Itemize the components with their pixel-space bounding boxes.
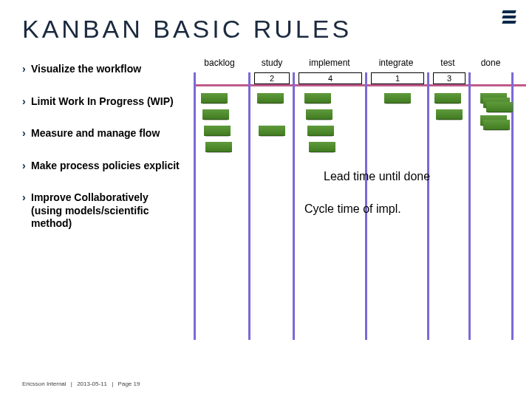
col-header-study: study <box>253 58 291 68</box>
lane-line <box>248 72 250 340</box>
footer-org: Ericsson Internal <box>22 381 66 387</box>
card <box>257 93 284 103</box>
card <box>202 109 229 120</box>
lane-line <box>427 72 429 340</box>
card <box>309 142 335 152</box>
lane-line <box>194 72 196 340</box>
rule-item: Improve Collaboratively (using models/sc… <box>22 191 181 231</box>
col-header-test: test <box>430 58 466 68</box>
wip-limit-test: 3 <box>433 72 466 84</box>
lane-line <box>511 72 514 340</box>
rules-list: Visualize the workflow Limit Work In Pro… <box>22 63 181 250</box>
col-header-done: done <box>473 58 508 68</box>
card <box>304 93 331 103</box>
rule-item: Measure and manage flow <box>22 127 181 140</box>
note-cycle-time: Cycle time of impl. <box>304 202 401 216</box>
wip-limit-implement: 4 <box>299 72 362 84</box>
card <box>483 120 510 130</box>
lane-line <box>468 72 471 340</box>
wip-limit-integrate: 1 <box>371 72 424 84</box>
card <box>434 93 461 103</box>
card <box>201 93 228 103</box>
card <box>486 102 513 112</box>
footer-page: Page 19 <box>118 381 140 387</box>
board-divider <box>194 84 526 86</box>
footer-date: 2013-05-11 <box>77 381 107 387</box>
kanban-board: backlog study implement integrate test d… <box>194 58 526 340</box>
card <box>384 93 411 103</box>
col-header-implement: implement <box>297 58 362 68</box>
footer: Ericsson Internal | 2013-05-11 | Page 19 <box>22 381 140 387</box>
card <box>436 109 463 120</box>
rule-item: Make process policies explicit <box>22 160 181 173</box>
rule-item: Visualize the workflow <box>22 63 181 76</box>
card <box>204 126 231 136</box>
card <box>307 126 334 136</box>
page-title: Kanban Basic Rules <box>22 15 352 44</box>
card <box>306 109 332 120</box>
ericsson-logo <box>502 10 516 25</box>
col-header-backlog: backlog <box>194 58 245 68</box>
lane-line <box>293 72 295 340</box>
rule-item: Limit Work In Progress (WIP) <box>22 95 181 109</box>
note-lead-time: Lead time until done <box>324 170 430 183</box>
col-header-integrate: integrate <box>368 58 424 68</box>
card <box>259 126 285 136</box>
card <box>205 142 232 152</box>
wip-limit-study: 2 <box>254 72 290 84</box>
